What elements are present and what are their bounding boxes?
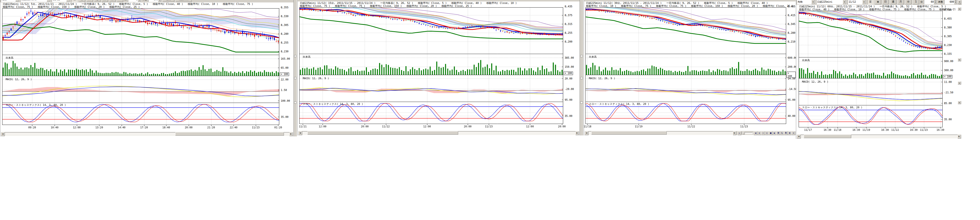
chart-control-magnify-button[interactable]: ⊕ — [788, 131, 792, 135]
chart-control-mode-l-button[interactable]: L — [780, 131, 784, 135]
chart-plot-area[interactable] — [585, 7, 786, 125]
chart-plot-area[interactable] — [2, 8, 280, 127]
window-edge-divider[interactable] — [293, 0, 297, 136]
chevron-down-icon[interactable]: ▼ — [16, 0, 19, 2]
chart-control-step-forward-button[interactable]: ▶ — [773, 131, 776, 135]
chart-control-step-back-button[interactable]: ◀ — [754, 131, 757, 135]
pane-resize-handle[interactable] — [580, 101, 583, 104]
period-button-3[interactable]: 週 — [94, 0, 100, 2]
chart-control-crosshair-button[interactable]: ✛ — [765, 131, 769, 135]
scroll-left-button[interactable]: ◀ — [298, 131, 302, 135]
scroll-left-button[interactable]: ◀ — [797, 135, 801, 139]
time-axis-label: 16:30 — [824, 128, 831, 131]
minute-spinner[interactable]: 5▲▼ — [128, 0, 141, 2]
volume-axis-label: 900.00 — [944, 60, 953, 63]
pane-resize-handle[interactable] — [294, 101, 296, 104]
period-button-2[interactable]: 日 — [882, 0, 889, 5]
chart-plot-area[interactable] — [299, 7, 563, 125]
period-button-1[interactable]: ▨ — [79, 0, 85, 2]
chart-control-zoom-out-button[interactable]: − — [761, 131, 765, 135]
chevron-down-icon[interactable]: ▼ — [811, 0, 815, 4]
period-button-2[interactable]: 日 — [86, 0, 93, 2]
spinner-arrows-icon[interactable]: ▲▼ — [934, 0, 937, 4]
scroll-left-button[interactable]: ◀ — [1, 132, 5, 136]
time-axis-label: 22:40 — [229, 126, 237, 129]
time-axis-label: 11/23 — [920, 128, 928, 131]
multi-symbol-button[interactable]: 複数銘柄 — [175, 0, 192, 2]
h-scrollbar[interactable]: ◀▶▸◀+−✛■▶DLR⊕✕ — [584, 131, 795, 135]
h-scrollbar[interactable]: ◀▶ — [797, 135, 961, 138]
stoch-axis-label: 85.00 — [944, 102, 952, 104]
pane-resize-handle[interactable] — [580, 55, 583, 57]
scrollbar-thumb[interactable] — [591, 131, 667, 135]
zoom-slider-thumb[interactable] — [742, 132, 745, 135]
chart-control-stop-button[interactable]: ■ — [769, 131, 773, 135]
pane-menu-volume-button[interactable]: ◣ — [958, 58, 961, 61]
pane-resize-handle[interactable] — [294, 77, 296, 79]
minute-spinner[interactable]: 60▲▼ — [924, 0, 937, 5]
scrollbar-thumb[interactable] — [804, 135, 851, 138]
scrollbar-thumb[interactable] — [307, 131, 458, 135]
chart-control-zoom-in-button[interactable]: + — [757, 131, 761, 135]
chart-control-mode-r-button[interactable]: R — [784, 131, 788, 135]
period-button-0[interactable]: 定 — [71, 0, 78, 2]
pane-menu-stoch-button[interactable]: ◣ — [958, 101, 961, 104]
chevron-down-icon[interactable]: ▼ — [47, 0, 50, 2]
bars-spinner-value: 600 — [945, 0, 954, 4]
chevron-down-icon[interactable]: ▼ — [862, 0, 866, 4]
market-select[interactable]: 先物▼ — [1, 0, 19, 2]
stoch-section-label: スロー・ストキャスティクス( 14, 3, 80, 20 ) — [802, 106, 862, 109]
window-edge-divider[interactable] — [579, 0, 584, 135]
contract-select[interactable]: 11/12▼ — [52, 0, 70, 2]
legend-item: 一目均衡表( 9, 26, 52 ) — [81, 2, 115, 5]
macd-section-label: MACD( 12, 26, 9 ) — [303, 77, 329, 80]
pane-resize-handle[interactable] — [294, 55, 296, 57]
period-button-4[interactable]: 月 — [102, 0, 108, 2]
symbol-select[interactable]: 日経225mini▼ — [816, 0, 846, 5]
chevron-down-icon[interactable]: ▼ — [843, 0, 846, 4]
bars-spinner[interactable]: 800▲▼ — [148, 0, 161, 2]
chart-control-close-button[interactable]: ✕ — [792, 131, 795, 135]
bars-spinner[interactable]: 600▲▼ — [944, 0, 957, 5]
toolbar-row: 先物▼日経225mini▼11/12▼定▨日週月分1分5▲▼本数800▲▼適用複… — [1, 0, 192, 2]
period-button-5[interactable]: 分 — [905, 0, 912, 5]
apply-button[interactable]: 適用 — [162, 0, 174, 2]
price-axis-label: 8,305 — [281, 24, 289, 26]
zoom-slider-button[interactable]: ▸ — [737, 131, 741, 135]
period-button-4[interactable]: 月 — [897, 0, 904, 5]
scroll-left-button[interactable]: ◀ — [584, 131, 589, 135]
symbol-select[interactable]: 日経225mini▼ — [20, 0, 51, 2]
price-axis-label: 8,315 — [565, 23, 573, 25]
h-scrollbar[interactable]: ◀▶ — [298, 131, 579, 135]
stoch-axis-label: 40.00 — [788, 115, 795, 117]
window-menu-button[interactable]: ▼ — [958, 0, 961, 4]
period-button-3[interactable]: 週 — [890, 0, 896, 5]
scrollbar-thumb[interactable] — [175, 132, 284, 136]
price-axis-label: 8,530 — [944, 9, 952, 11]
volume-axis-label: 385.00 — [565, 57, 574, 59]
pane-menu-main-button[interactable]: ◣ — [958, 7, 961, 11]
pane-resize-handle[interactable] — [580, 77, 583, 79]
spinner-arrows-icon[interactable]: ▲▼ — [158, 0, 161, 2]
period-button-0[interactable]: 定 — [867, 0, 873, 5]
pane-menu-macd-button[interactable]: ◣ — [958, 81, 961, 85]
contract-select-value: 11/12 — [52, 0, 66, 2]
chart-legend-row-1: 移動平均( Close, 10 )移動平均( Close, 75 )移動平均( … — [586, 5, 799, 7]
spinner-arrows-icon[interactable]: ▲▼ — [954, 0, 957, 4]
legend-item: 移動平均( Close, 40 ) — [153, 2, 183, 5]
h-scrollbar[interactable]: ◀▶ — [1, 132, 293, 136]
contract-select[interactable]: 11/12▼ — [848, 0, 866, 5]
period-button-6[interactable]: 1 — [117, 0, 123, 2]
chevron-down-icon[interactable]: ▼ — [66, 0, 70, 2]
market-select[interactable]: 先物▼ — [797, 0, 815, 5]
period-button-1[interactable]: ▨ — [875, 0, 881, 5]
period-button-5[interactable]: 分 — [109, 0, 116, 2]
chart-plot-area[interactable] — [799, 11, 943, 129]
legend-item: 移動平均( Close, 20 ) — [75, 5, 105, 8]
volume-axis-label: 600.00 — [788, 57, 797, 59]
price-axis-label: 8,345 — [788, 23, 795, 25]
chart-control-mode-d-button[interactable]: D — [776, 131, 780, 135]
period-button-6[interactable]: 1 — [913, 0, 919, 5]
chart-workspace: 先物▼日経225mini▼11/12▼定▨日週月分1分5▲▼本数800▲▼適用複… — [0, 0, 980, 220]
spinner-arrows-icon[interactable]: ▲▼ — [138, 0, 141, 2]
